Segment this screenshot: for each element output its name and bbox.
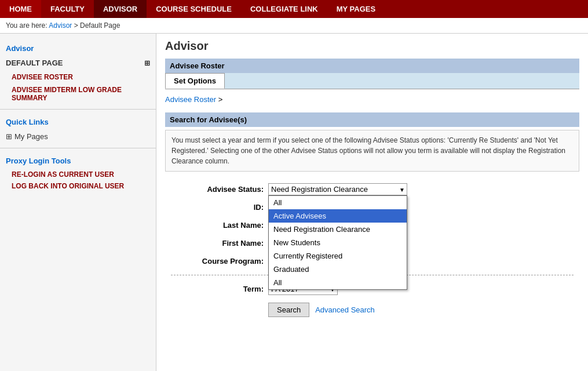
- dropdown-option-new-students[interactable]: New Students: [269, 236, 407, 249]
- sidebar-my-pages[interactable]: ⊞ My Pages: [0, 130, 156, 143]
- sidebar-proxy-logback[interactable]: LOG BACK INTO ORIGINAL USER: [0, 180, 156, 192]
- top-navigation: HOME FACULTY ADVISOR COURSE SCHEDULE COL…: [0, 0, 588, 18]
- nav-home[interactable]: HOME: [0, 0, 41, 18]
- sidebar-item-advisee-roster[interactable]: ADVISEE ROSTER: [0, 71, 156, 83]
- course-program-label: Course Program:: [171, 257, 264, 265]
- tabs-bar: Set Options: [165, 73, 579, 89]
- sidebar-divider-2: [0, 148, 156, 148]
- breadcrumb-link-advisor[interactable]: Advisor: [49, 21, 72, 30]
- search-button[interactable]: Search: [268, 303, 309, 317]
- nav-course-schedule[interactable]: COURSE SCHEDULE: [147, 0, 241, 18]
- dropdown-option-all-1[interactable]: All: [269, 196, 407, 209]
- nav-advisor[interactable]: ADVISOR: [94, 0, 147, 18]
- sidebar-default-page: DEFAULT PAGE ⊞: [0, 55, 156, 71]
- breadcrumb-current: Default Page: [80, 21, 120, 30]
- sidebar-divider-1: [0, 109, 156, 110]
- search-section-header: Search for Advisee(s): [165, 112, 579, 127]
- my-pages-expand-icon: ⊞: [6, 132, 12, 141]
- advisee-status-dropdown-wrapper: Need Registration Clearance ▼: [268, 183, 407, 195]
- search-form: Advisee Status: Need Registration Cleara…: [165, 177, 579, 325]
- my-pages-label: My Pages: [14, 132, 48, 141]
- advisee-roster-link-container: Advisee Roster >: [165, 92, 579, 107]
- dropdown-option-active-advisees[interactable]: Active Advisees: [269, 209, 407, 223]
- page-title: Advisor: [165, 39, 579, 53]
- sidebar-proxy-relogin[interactable]: RE-LOGIN AS CURRENT USER: [0, 169, 156, 180]
- main-content: Advisor Advisee Roster Set Options Advis…: [156, 34, 588, 371]
- id-label: ID:: [171, 203, 264, 212]
- dropdown-option-currently-registered[interactable]: Currently Registered: [269, 249, 407, 263]
- advisee-status-row: Advisee Status: Need Registration Cleara…: [165, 180, 579, 198]
- breadcrumb-prefix: You are here:: [6, 21, 48, 30]
- info-text: You must select a year and term if you s…: [171, 136, 565, 165]
- status-dropdown-container: Need Registration Clearance ▼ All Active…: [268, 183, 407, 195]
- dropdown-option-all-2[interactable]: All: [269, 276, 407, 289]
- sidebar: Advisor DEFAULT PAGE ⊞ ADVISEE ROSTER AD…: [0, 34, 156, 371]
- advisee-roster-header: Advisee Roster: [165, 59, 579, 73]
- advisee-status-label: Advisee Status:: [171, 185, 264, 194]
- tab-set-options[interactable]: Set Options: [165, 73, 225, 89]
- dropdown-option-need-reg[interactable]: Need Registration Clearance: [269, 223, 407, 236]
- nav-collegiate-link[interactable]: COLLEGIATE LINK: [241, 0, 327, 18]
- breadcrumb: You are here: Advisor > Default Page: [0, 18, 588, 34]
- nav-my-pages[interactable]: MY PAGES: [327, 0, 385, 18]
- buttons-row: Search Advanced Search: [262, 298, 579, 322]
- sidebar-proxy-title: Proxy Login Tools: [0, 153, 156, 169]
- main-layout: Advisor DEFAULT PAGE ⊞ ADVISEE ROSTER AD…: [0, 34, 588, 371]
- last-name-label: Last Name:: [171, 221, 264, 230]
- sidebar-item-advisee-midterm[interactable]: ADVISEE MIDTERM LOW GRADE SUMMARY: [0, 83, 156, 104]
- term-label: Term:: [171, 285, 264, 293]
- expand-icon[interactable]: ⊞: [144, 59, 150, 67]
- dropdown-list-overlay: All Active Advisees Need Registration Cl…: [268, 195, 407, 290]
- advanced-search-link[interactable]: Advanced Search: [315, 305, 375, 314]
- advisee-status-select[interactable]: Need Registration Clearance: [268, 183, 407, 195]
- sidebar-default-page-label: DEFAULT PAGE: [6, 59, 63, 67]
- dropdown-option-graduated[interactable]: Graduated: [269, 263, 407, 276]
- advisee-roster-link[interactable]: Advisee Roster: [165, 95, 216, 104]
- sidebar-quick-links-title: Quick Links: [0, 114, 156, 130]
- nav-faculty[interactable]: FACULTY: [41, 0, 94, 18]
- first-name-label: First Name:: [171, 239, 264, 248]
- sidebar-title: Advisor: [0, 39, 156, 55]
- info-box: You must select a year and term if you s…: [165, 130, 579, 172]
